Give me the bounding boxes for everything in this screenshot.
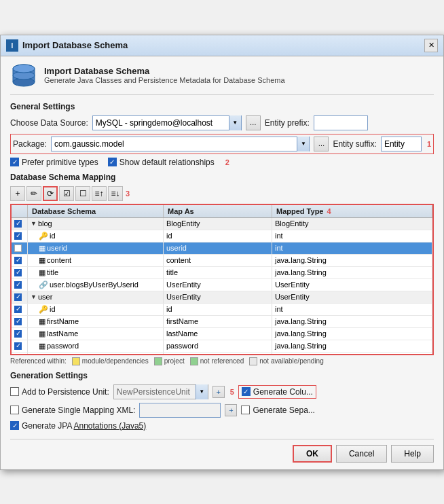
table-row[interactable]: 🔑id id int	[12, 230, 432, 242]
row-mapas: lastName	[164, 328, 272, 340]
schema-table: Database Schema Map As Mapped Type 4 ▼bl…	[10, 204, 434, 355]
square-button[interactable]: ☐	[75, 186, 90, 201]
table-row[interactable]: ▦lastName lastName java.lang.String	[12, 328, 432, 340]
row-checkbox[interactable]	[14, 318, 22, 325]
row-mapas: firstName	[164, 316, 272, 327]
legend-prefix: Referenced within:	[10, 357, 67, 365]
table-row[interactable]: ▼user UserEntity UserEntity	[12, 291, 432, 304]
show-default-item[interactable]: Show default relationships	[108, 158, 215, 167]
package-combo[interactable]: com.gaussic.model ▼	[51, 137, 310, 151]
row-mappedtype: java.lang.String	[272, 255, 432, 266]
single-mapping-checkbox[interactable]	[10, 406, 19, 414]
single-mapping-label: Generate Single Mapping XML:	[22, 406, 135, 415]
row-schema: ▦content	[28, 255, 164, 266]
row-check[interactable]	[12, 242, 28, 254]
row-check[interactable]	[12, 279, 28, 291]
row-check[interactable]	[12, 291, 28, 303]
table-row[interactable]: 🔗user.blogsByUserByUserid UserEntity Use…	[12, 279, 432, 291]
row-check[interactable]	[12, 267, 28, 278]
legend-label-notref: not referenced	[200, 357, 244, 365]
jpa-item[interactable]: Generate JPA Annotations (Java5)	[10, 421, 146, 431]
entity-prefix-label: Entity prefix:	[265, 118, 310, 128]
table-body[interactable]: ▼blog BlogEntity BlogEntity 🔑id id int	[12, 218, 432, 354]
row-schema: ▦password	[28, 340, 164, 352]
prefer-primitive-item[interactable]: Prefer primitive types	[10, 158, 98, 167]
help-button[interactable]: Help	[391, 445, 434, 463]
add-pu-item[interactable]: Add to Persistence Unit:	[10, 387, 109, 397]
generate-columns-checkbox[interactable]	[242, 387, 251, 396]
row-checkbox[interactable]	[14, 257, 22, 264]
cancel-button[interactable]: Cancel	[336, 445, 387, 463]
row-checkbox[interactable]	[14, 245, 22, 252]
tree-toggle[interactable]: ▼	[31, 293, 37, 300]
row-check[interactable]	[12, 353, 28, 354]
add-button[interactable]: +	[10, 186, 25, 201]
row-checkbox[interactable]	[14, 281, 22, 289]
edit-button[interactable]: ✏	[26, 186, 41, 201]
generate-sepa-checkbox[interactable]	[241, 406, 250, 414]
row-check[interactable]	[12, 316, 28, 327]
table-row[interactable]: 🔑id id int	[12, 304, 432, 316]
row-checkbox[interactable]	[14, 330, 22, 338]
row-check[interactable]	[12, 230, 28, 242]
table-row[interactable]: 🔗blog.userByBlogsById BlogsById java.uti…	[12, 353, 432, 354]
row-schema: ▼user	[28, 291, 164, 303]
row-check[interactable]	[12, 340, 28, 352]
table-row[interactable]: ▦title title java.lang.String	[12, 267, 432, 279]
add-pu-checkbox[interactable]	[10, 387, 19, 396]
add-pu-label: Add to Persistence Unit:	[22, 387, 109, 397]
row-mappedtype: BlogEntity	[272, 218, 432, 230]
single-mapping-add[interactable]: +	[225, 404, 237, 416]
datasource-browse[interactable]: …	[246, 115, 261, 130]
table-row[interactable]: ▦password password java.lang.String	[12, 340, 432, 353]
jpa-checkbox[interactable]	[10, 421, 19, 430]
legend-box-notref	[190, 357, 198, 365]
row-schema: 🔗user.blogsByUserByUserid	[28, 279, 164, 291]
pu-add-button[interactable]: +	[212, 386, 225, 398]
col-mappedtype: Mapped Type 4	[272, 205, 432, 217]
row-checkbox[interactable]	[14, 269, 22, 276]
table-row[interactable]: ▦firstName firstName java.lang.String	[12, 316, 432, 328]
tree-toggle[interactable]: ▼	[31, 220, 37, 227]
row-checkbox[interactable]	[14, 232, 22, 240]
pu-arrow[interactable]: ▼	[196, 384, 208, 399]
package-browse[interactable]: …	[314, 137, 329, 151]
table-row[interactable]: ▦userid userid int	[12, 242, 432, 255]
single-mapping-item[interactable]: Generate Single Mapping XML:	[10, 406, 135, 415]
close-button[interactable]: ✕	[424, 39, 438, 52]
row-mapas: BlogsById	[164, 353, 272, 354]
row-mappedtype: int	[272, 242, 432, 254]
generate-sepa-item[interactable]: Generate Sepa...	[241, 406, 314, 415]
datasource-arrow[interactable]: ▼	[229, 115, 241, 130]
row-schema: ▦title	[28, 267, 164, 278]
check-button[interactable]: ☑	[59, 186, 74, 201]
show-default-checkbox[interactable]	[108, 158, 117, 166]
row-check[interactable]	[12, 304, 28, 315]
row-check[interactable]	[12, 328, 28, 340]
legend-item-pending: not available/pending	[249, 357, 324, 365]
refresh-button[interactable]: ⟳	[43, 186, 58, 201]
package-arrow[interactable]: ▼	[297, 137, 309, 151]
row-check[interactable]	[12, 218, 28, 230]
prefer-primitive-checkbox[interactable]	[10, 158, 19, 166]
row-mappedtype: java.lang.String	[272, 340, 432, 352]
generate-columns-label: Generate Colu...	[253, 387, 313, 397]
row-checkbox[interactable]	[14, 220, 22, 228]
ok-button[interactable]: OK	[293, 445, 332, 463]
table-row[interactable]: ▼blog BlogEntity BlogEntity	[12, 218, 432, 230]
row-checkbox[interactable]	[14, 306, 22, 313]
sort-desc-button[interactable]: ≡↓	[108, 186, 123, 201]
table-row[interactable]: ▦content content java.lang.String	[12, 255, 432, 267]
datasource-combo[interactable]: MySQL - springdemo@localhost ▼	[92, 115, 242, 130]
row-check[interactable]	[12, 255, 28, 266]
row-checkbox[interactable]	[14, 293, 22, 301]
row-checkbox[interactable]	[14, 342, 22, 350]
row-mapas: BlogEntity	[164, 218, 272, 230]
row-mapas: UserEntity	[164, 279, 272, 291]
single-mapping-input[interactable]	[139, 403, 221, 418]
pu-combo[interactable]: NewPersistenceUnit ▼	[113, 384, 208, 399]
show-default-label: Show default relationships	[119, 158, 215, 167]
sort-asc-button[interactable]: ≡↑	[92, 186, 107, 201]
entity-suffix-input[interactable]	[381, 137, 422, 151]
entity-prefix-input[interactable]	[314, 115, 368, 130]
